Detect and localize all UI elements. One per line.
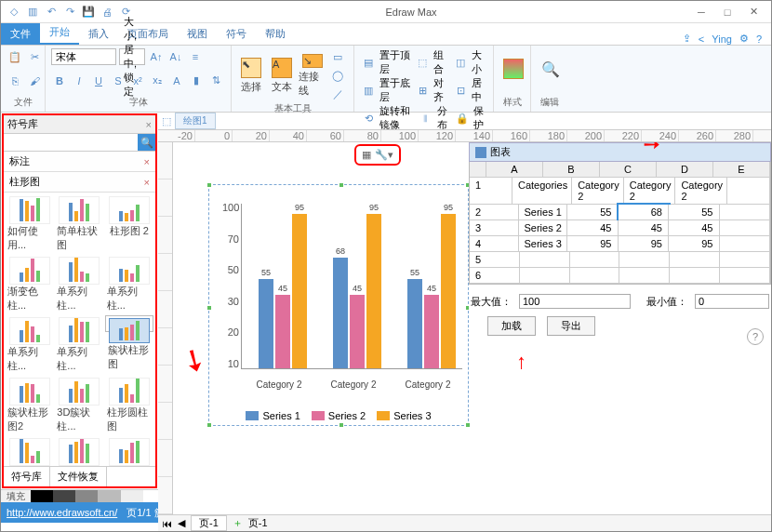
- grid-cell[interactable]: 45: [619, 220, 670, 236]
- grid-cell[interactable]: 55: [567, 205, 619, 220]
- sub-icon[interactable]: x₂: [149, 73, 166, 89]
- grid-cell[interactable]: 45: [669, 220, 720, 236]
- wrench-icon[interactable]: 🔧▾: [375, 149, 393, 161]
- size-select[interactable]: 大小,居中,锁定: [119, 48, 145, 65]
- italic-icon[interactable]: I: [71, 73, 87, 89]
- doc-tab[interactable]: 绘图1: [175, 113, 216, 129]
- shape-line-icon[interactable]: ／: [329, 86, 346, 102]
- grid-cell[interactable]: Series 2: [519, 220, 568, 236]
- grid-cell[interactable]: 95: [669, 236, 720, 252]
- symbol-item[interactable]: 渐变色柱...: [6, 255, 54, 314]
- search-icon[interactable]: 🔍: [138, 134, 155, 151]
- grid-cell[interactable]: [720, 236, 771, 252]
- settings-icon[interactable]: ⚙: [739, 33, 749, 45]
- edit-button[interactable]: 🔍: [537, 48, 565, 89]
- grid-cell[interactable]: 95: [619, 236, 670, 252]
- save-icon[interactable]: 💾: [81, 5, 96, 20]
- super-icon[interactable]: x²: [129, 73, 146, 89]
- grid-cell[interactable]: Series 3: [519, 236, 568, 252]
- grid-cell[interactable]: Categories: [512, 178, 572, 205]
- send-back-icon[interactable]: ▥: [360, 82, 377, 99]
- load-button[interactable]: 加载: [487, 316, 536, 336]
- shrink-font-icon[interactable]: A↓: [167, 48, 184, 65]
- table-icon[interactable]: ▦: [362, 149, 371, 161]
- cat-annotation[interactable]: 标注: [9, 154, 30, 168]
- close-button[interactable]: ✕: [743, 4, 764, 20]
- export-icon[interactable]: ⇪: [683, 33, 691, 45]
- symbol-item[interactable]: 单系列柱...: [55, 315, 103, 375]
- menu-tab-start[interactable]: 开始: [40, 21, 79, 45]
- grid-cell[interactable]: [720, 205, 771, 220]
- bring-front-icon[interactable]: ▤: [360, 54, 377, 71]
- page-tab[interactable]: 页-1: [191, 515, 227, 531]
- select-tool[interactable]: ⬉选择: [237, 55, 265, 96]
- help-icon[interactable]: ?: [756, 33, 762, 45]
- cut-icon[interactable]: ✂: [26, 48, 43, 65]
- print-icon[interactable]: 🖨: [100, 5, 114, 20]
- share-icon[interactable]: <: [699, 33, 704, 45]
- cat-close-icon[interactable]: ×: [144, 177, 150, 188]
- user-label[interactable]: Ying: [712, 33, 732, 45]
- sidebar-tab-recover[interactable]: 文件恢复: [50, 467, 107, 486]
- symbol-item[interactable]: 簇状柱形图: [105, 315, 153, 332]
- style-button[interactable]: [499, 48, 527, 89]
- max-input[interactable]: [519, 294, 631, 309]
- close-panel-icon[interactable]: ×: [146, 119, 152, 130]
- paste-icon[interactable]: 📋: [7, 48, 23, 65]
- grow-font-icon[interactable]: A↑: [148, 48, 165, 65]
- page-nav-first-icon[interactable]: ⏮: [162, 518, 172, 529]
- minimize-button[interactable]: ─: [691, 4, 712, 20]
- data-grid[interactable]: ABCDE1CategoriesCategory 2Category 2Cate…: [469, 162, 771, 285]
- color-swatch[interactable]: [98, 490, 120, 502]
- line-spacing-icon[interactable]: ⇅: [207, 73, 224, 89]
- color-swatch[interactable]: [75, 490, 98, 502]
- color-swatch[interactable]: [53, 490, 75, 502]
- export-button[interactable]: 导出: [547, 316, 595, 336]
- cat-close-icon[interactable]: ×: [144, 156, 150, 167]
- color-swatch[interactable]: [31, 490, 53, 502]
- align-left-icon[interactable]: ≡: [187, 48, 204, 65]
- grid-cell[interactable]: 55: [669, 205, 720, 220]
- symbol-item[interactable]: 簇状柱形图2: [6, 376, 54, 435]
- grid-cell[interactable]: Series 1: [519, 205, 568, 220]
- undo-icon[interactable]: ↶: [44, 5, 59, 20]
- color-swatch[interactable]: [121, 490, 143, 502]
- cat-bar[interactable]: 柱形图: [9, 175, 40, 189]
- symbol-item[interactable]: 3D堆积柱...: [105, 436, 153, 466]
- menu-tab-view[interactable]: 视图: [178, 23, 217, 45]
- grid-cell[interactable]: [720, 220, 771, 236]
- grid-cell[interactable]: Category 2: [675, 178, 727, 205]
- menu-tab-insert[interactable]: 插入: [79, 23, 118, 45]
- new-icon[interactable]: ▥: [25, 5, 40, 20]
- format-icon[interactable]: 🖌: [26, 73, 43, 89]
- symbol-search[interactable]: [4, 134, 138, 151]
- symbol-item[interactable]: 3D簇状柱...: [55, 376, 103, 435]
- grid-cell[interactable]: [727, 178, 770, 205]
- floating-toolbar[interactable]: ▦🔧▾: [354, 144, 401, 166]
- symbol-item[interactable]: 柱形图 2: [105, 194, 153, 254]
- symbol-item[interactable]: 单系列柱...: [6, 315, 54, 375]
- status-url[interactable]: http://www.edrawsoft.cn/: [7, 507, 117, 518]
- shape-ellipse-icon[interactable]: ◯: [329, 67, 346, 84]
- sidebar-tab-lib[interactable]: 符号库: [4, 467, 50, 486]
- align-icon[interactable]: ⊞: [414, 82, 431, 99]
- copy-icon[interactable]: ⎘: [7, 73, 23, 89]
- symbol-item[interactable]: 堆积柱形图: [55, 436, 103, 466]
- chart-object[interactable]: 1007050302010 554595684595554595 Categor…: [208, 184, 469, 426]
- maximize-button[interactable]: □: [717, 4, 738, 20]
- redo-icon[interactable]: ↷: [62, 5, 77, 20]
- add-page-icon[interactable]: ＋: [233, 516, 243, 530]
- grid-cell[interactable]: Category 2: [572, 178, 624, 205]
- underline-icon[interactable]: U: [90, 73, 107, 89]
- text-tool[interactable]: A文本: [268, 55, 296, 96]
- size-icon[interactable]: ◫: [452, 54, 469, 71]
- connector-tool[interactable]: ↘连接线: [299, 55, 326, 96]
- min-input[interactable]: [695, 294, 769, 309]
- font-select[interactable]: 宋体: [51, 48, 116, 65]
- menu-tab-symbol[interactable]: 符号: [217, 23, 256, 45]
- help-float-icon[interactable]: ?: [747, 328, 764, 345]
- symbol-item[interactable]: 单系列柱...: [55, 255, 103, 314]
- grid-cell[interactable]: Category 2: [624, 178, 676, 205]
- canvas[interactable]: ➘ ▦🔧▾ 1007050302010 554595684595554595 C…: [173, 142, 771, 514]
- menu-file[interactable]: 文件: [1, 23, 40, 45]
